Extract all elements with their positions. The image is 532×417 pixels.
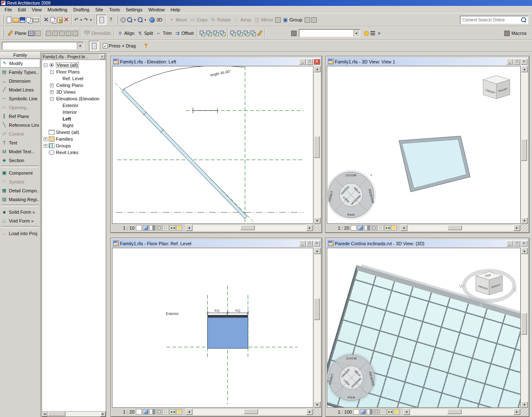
edit-tool-button[interactable]: ∷ Array bbox=[232, 15, 253, 25]
send-to-back-icon[interactable] bbox=[250, 30, 256, 37]
design-bar-item[interactable]: ╱ Model Lines bbox=[0, 85, 40, 94]
scroll-thumb[interactable] bbox=[447, 409, 462, 414]
drawing-canvas-curtain-wall[interactable]: W E S TOP FRONT RIGHT bbox=[327, 248, 521, 408]
model-graphics-style-icon[interactable] bbox=[357, 225, 363, 231]
design-bar-item[interactable]: ☆ Symbol bbox=[0, 177, 40, 186]
scroll-down-button[interactable]: ▼ bbox=[314, 401, 321, 408]
wheel-pan-label[interactable]: PAN bbox=[348, 396, 355, 399]
vertical-scrollbar[interactable]: ▲ ▼ bbox=[314, 66, 321, 224]
scroll-up-button[interactable]: ▲ bbox=[314, 66, 321, 72]
eq-dimension-label[interactable]: EQ bbox=[235, 309, 240, 312]
tree-item[interactable]: + Ceiling Plans bbox=[42, 82, 106, 89]
linework-icon[interactable] bbox=[256, 30, 263, 37]
menu-item[interactable]: Window bbox=[145, 7, 167, 13]
scroll-down-button[interactable]: ▼ bbox=[521, 218, 528, 224]
close-button[interactable]: × bbox=[313, 241, 320, 247]
menu-item[interactable]: Site bbox=[92, 7, 106, 13]
wall-edge[interactable] bbox=[208, 315, 248, 317]
model-graphics-style-icon[interactable] bbox=[143, 409, 149, 414]
design-bar-item[interactable]: ▣ Component bbox=[0, 168, 40, 177]
scroll-track[interactable] bbox=[407, 225, 514, 231]
model-graphics-style-icon[interactable] bbox=[360, 409, 366, 414]
reveal-hidden-icon[interactable] bbox=[391, 225, 397, 231]
save-icon[interactable] bbox=[19, 16, 26, 23]
print-icon[interactable] bbox=[32, 16, 39, 23]
toolbar-grip[interactable] bbox=[2, 29, 3, 38]
scroll-right-button[interactable]: ► bbox=[100, 412, 106, 417]
tree-item[interactable]: − Elevations (Elevation bbox=[42, 95, 106, 102]
maximize-button[interactable]: □ bbox=[306, 59, 313, 65]
vertical-scrollbar[interactable]: ▲ ▼ bbox=[521, 248, 528, 408]
tree-expander-icon[interactable]: − bbox=[44, 63, 47, 67]
modify-properties-button[interactable] bbox=[96, 15, 107, 25]
cope-icon[interactable] bbox=[219, 30, 226, 37]
detail-line-icon[interactable] bbox=[65, 30, 72, 37]
scroll-track[interactable] bbox=[193, 225, 306, 231]
design-bar-item[interactable]: ∥ Ref Plane bbox=[0, 112, 40, 121]
grid-icon[interactable] bbox=[28, 30, 34, 37]
work-plane-button[interactable]: Plane bbox=[5, 28, 28, 38]
tree-item[interactable]: Left bbox=[42, 115, 106, 122]
tree-item[interactable]: Sheets (all) bbox=[42, 129, 106, 136]
scroll-right-button[interactable]: ► bbox=[514, 225, 520, 231]
split-face-icon[interactable] bbox=[212, 30, 219, 37]
toolbar-overflow-icon[interactable]: » bbox=[376, 30, 382, 36]
reveal-hidden-icon[interactable] bbox=[176, 225, 182, 231]
maximize-button[interactable]: □ bbox=[514, 59, 520, 65]
element-properties-button[interactable] bbox=[89, 41, 99, 51]
menu-item[interactable]: Settings bbox=[123, 7, 146, 13]
split-button[interactable]: ↯ Split bbox=[136, 28, 154, 38]
cut-icon[interactable] bbox=[43, 16, 50, 23]
window-titlebar[interactable]: Family1.rfa - Elevation: Left _ □ × bbox=[112, 58, 321, 66]
scroll-track[interactable] bbox=[47, 412, 100, 417]
view-cube[interactable]: W E S TOP FRONT RIGHT bbox=[459, 271, 517, 308]
compass-west-label[interactable]: W bbox=[459, 283, 464, 289]
minimize-button[interactable]: _ bbox=[299, 241, 306, 247]
horizontal-scrollbar[interactable]: ◄ ► bbox=[186, 409, 313, 415]
design-bar-item[interactable]: ⇄ Control bbox=[0, 129, 40, 138]
undo-dropdown-icon[interactable]: ▾ bbox=[79, 18, 83, 22]
tree-expander-icon[interactable]: + bbox=[50, 90, 54, 94]
design-bar-item[interactable]: ▦ Detail Compo... bbox=[0, 186, 40, 195]
tree-item[interactable]: Interior bbox=[42, 109, 106, 115]
delete-icon[interactable] bbox=[63, 16, 70, 23]
vertical-scrollbar[interactable]: ▲ ▼ bbox=[521, 66, 528, 224]
tree-item[interactable]: Revit Links bbox=[42, 149, 106, 156]
design-bar-item[interactable]: M Model Text... bbox=[0, 147, 40, 156]
toolbar-grip[interactable] bbox=[116, 15, 117, 24]
text-note-icon[interactable] bbox=[58, 30, 65, 37]
tree-item[interactable]: + 3D Views bbox=[42, 89, 106, 95]
design-bar-item[interactable]: ┄ Symbolic Line bbox=[0, 94, 40, 103]
type-selector-dropdown-icon[interactable]: ▾ bbox=[77, 42, 83, 49]
angle-dimension-label[interactable]: angle 45.00° bbox=[210, 69, 232, 77]
scroll-left-button[interactable]: ◄ bbox=[403, 409, 410, 415]
horizontal-scrollbar[interactable]: ◄ ► bbox=[401, 225, 520, 231]
window-titlebar[interactable]: Family1.rfa - Floor Plan: Ref. Level _ □… bbox=[112, 239, 321, 247]
scroll-thumb[interactable] bbox=[48, 412, 65, 416]
scroll-right-button[interactable]: ► bbox=[306, 225, 313, 231]
wheel-close-icon[interactable]: × bbox=[370, 356, 373, 360]
scroll-track[interactable] bbox=[193, 409, 306, 415]
window-titlebar[interactable]: Family1.rfa - 3D View: View 1 _ □ × bbox=[327, 58, 528, 66]
reveal-hidden-icon[interactable] bbox=[176, 409, 182, 414]
toolbar-grip[interactable] bbox=[2, 15, 3, 24]
combo-dropdown-icon[interactable]: ▾ bbox=[353, 30, 360, 37]
shadows-icon[interactable] bbox=[149, 225, 155, 231]
detail-level-icon[interactable] bbox=[351, 225, 357, 231]
scroll-up-button[interactable]: ▲ bbox=[314, 248, 321, 254]
type-selector-combo[interactable]: ▾ bbox=[2, 42, 84, 50]
send-backward-icon[interactable] bbox=[243, 30, 250, 37]
scroll-thumb[interactable] bbox=[244, 409, 258, 414]
edit-tool-button[interactable]: ▱ Copy bbox=[188, 15, 209, 25]
steering-wheel[interactable]: ZOOM ORBIT REWIND PAN CENTER WALK LOOK U… bbox=[327, 353, 376, 403]
resize-grip[interactable] bbox=[522, 225, 528, 231]
design-bar-item[interactable]: ▭ Opening... bbox=[0, 103, 40, 112]
scroll-thumb[interactable] bbox=[521, 313, 527, 335]
redo-dropdown-icon[interactable]: ▾ bbox=[89, 18, 93, 22]
attach-icon[interactable] bbox=[310, 16, 317, 23]
view-cube[interactable]: FRONT RIGHT bbox=[483, 76, 510, 99]
show-crop-region-icon[interactable] bbox=[380, 409, 386, 414]
tree-item[interactable]: − Views (all) bbox=[42, 62, 106, 68]
design-bar-item[interactable]: T Text bbox=[0, 138, 40, 147]
design-bar-tab-family[interactable]: Family bbox=[0, 52, 40, 59]
